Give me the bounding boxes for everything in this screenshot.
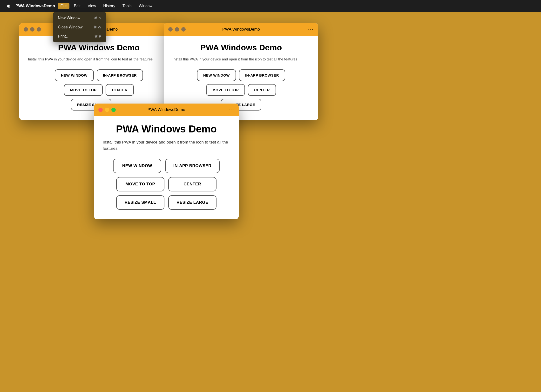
tools-menu-item[interactable]: Tools <box>120 3 134 9</box>
resize-small-button-3[interactable]: RESIZE SMALL <box>116 195 164 210</box>
app-title-1: PWA Windows Demo <box>28 43 170 52</box>
in-app-browser-button-1[interactable]: IN-APP BROWSER <box>97 69 143 81</box>
app-description-1: Install this PWA in your device and open… <box>28 57 170 62</box>
move-to-top-button-3[interactable]: MOVE TO TOP <box>116 177 164 191</box>
app-name-menu: PWA WindowsDemo <box>15 4 55 8</box>
new-window-button-2[interactable]: NEW WINDOW <box>197 69 236 81</box>
close-button-3[interactable] <box>98 108 103 112</box>
titlebar-3: PWA WindowsDemo ··· <box>94 104 239 116</box>
close-button-2[interactable] <box>168 27 173 32</box>
minimize-button-2[interactable] <box>175 27 179 32</box>
resize-large-button-3[interactable]: RESIZE LARGE <box>168 195 216 210</box>
center-button-1[interactable]: CENTER <box>106 84 134 96</box>
new-window-menu-item[interactable]: New Window ⌘ N <box>53 13 106 23</box>
app-title-3: PWA Windows Demo <box>103 123 230 135</box>
titlebar-2: PWA WindowsDemo ··· <box>164 23 318 36</box>
file-dropdown: New Window ⌘ N Close Window ⌘ W Print… ⌘… <box>53 12 106 42</box>
in-app-browser-button-3[interactable]: IN-APP BROWSER <box>165 159 220 173</box>
move-to-top-button-2[interactable]: MOVE TO TOP <box>206 84 245 96</box>
window-title-3: PWA WindowsDemo <box>148 107 185 112</box>
maximize-button-2[interactable] <box>181 27 186 32</box>
file-menu-item[interactable]: File <box>58 3 70 9</box>
edit-menu-item[interactable]: Edit <box>71 3 83 9</box>
button-grid-3: NEW WINDOW IN-APP BROWSER MOVE TO TOP CE… <box>103 159 230 210</box>
minimize-button-3[interactable] <box>105 108 109 112</box>
close-button-1[interactable] <box>24 27 28 32</box>
menubar: PWA WindowsDemo File Edit View History T… <box>0 0 541 12</box>
close-window-menu-item[interactable]: Close Window ⌘ W <box>53 23 106 32</box>
new-window-button-3[interactable]: NEW WINDOW <box>113 159 161 173</box>
window-menu-item[interactable]: Window <box>136 3 155 9</box>
view-menu-item[interactable]: View <box>85 3 99 9</box>
traffic-lights-1 <box>24 27 41 32</box>
center-button-3[interactable]: CENTER <box>168 177 216 191</box>
window-content-3: PWA Windows Demo Install this PWA in you… <box>94 116 239 219</box>
apple-menu[interactable] <box>5 3 12 9</box>
app-description-3: Install this PWA in your device and open… <box>103 139 230 151</box>
app-title-2: PWA Windows Demo <box>173 43 310 52</box>
minimize-button-1[interactable] <box>30 27 34 32</box>
maximize-button-1[interactable] <box>37 27 41 32</box>
print-menu-item[interactable]: Print… ⌘ P <box>53 32 106 41</box>
window-dots-3[interactable]: ··· <box>229 107 234 113</box>
move-to-top-button-1[interactable]: MOVE TO TOP <box>64 84 103 96</box>
in-app-browser-button-2[interactable]: IN-APP BROWSER <box>239 69 285 81</box>
center-button-2[interactable]: CENTER <box>248 84 276 96</box>
history-menu-item[interactable]: History <box>100 3 118 9</box>
window-title-2: PWA WindowsDemo <box>222 27 260 32</box>
window-dots-2[interactable]: ··· <box>308 26 314 33</box>
maximize-button-3[interactable] <box>111 108 116 112</box>
app-description-2: Install this PWA in your device and open… <box>173 57 310 62</box>
traffic-lights-3 <box>98 108 116 112</box>
pwa-window-3: PWA WindowsDemo ··· PWA Windows Demo Ins… <box>94 104 239 219</box>
traffic-lights-2 <box>168 27 186 32</box>
new-window-button-1[interactable]: NEW WINDOW <box>55 69 94 81</box>
